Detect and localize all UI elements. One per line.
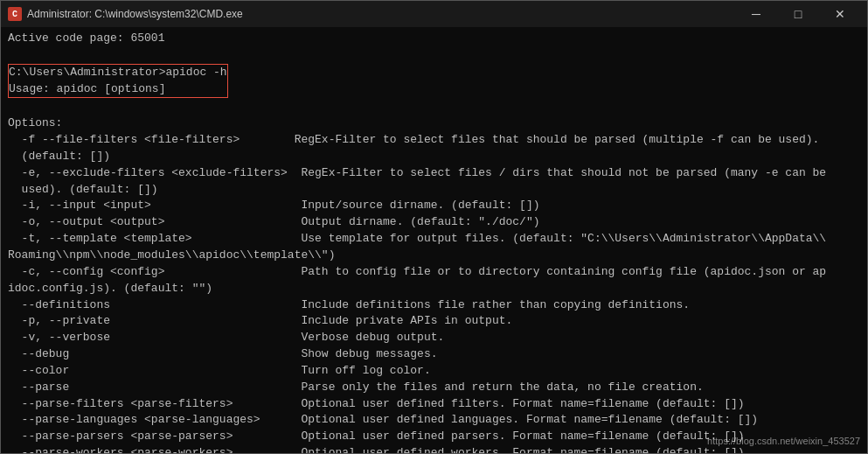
console-line-2: C:\Users\Administrator>apidoc -h (9, 65, 227, 81)
console-line-1 (8, 47, 860, 64)
console-line-15: idoc.config.js). (default: "") (8, 281, 860, 297)
console-line-21: --parse Parse only the files and return … (8, 380, 860, 396)
console-line-3: Usage: apidoc [options] (9, 81, 227, 98)
console-line-22: --parse-filters <parse-filters> Optional… (8, 396, 860, 413)
console-line-17: -p, --private Include private APIs in ou… (8, 313, 860, 330)
console-line-10: -i, --input <input> Input/source dirname… (8, 198, 860, 214)
cmd-block: C:\Users\Administrator>apidoc -h Usage: … (8, 64, 228, 99)
minimize-button[interactable]: ─ (736, 1, 776, 27)
console-line-8: -e, --exclude-filters <exclude-filters> … (8, 165, 860, 182)
console-line-12: -t, --template <template> Use template f… (8, 231, 860, 248)
console-line-6: -f --file-filters <file-filters> RegEx-F… (8, 132, 860, 149)
watermark: https://blog.csdn.net/weixin_453527 (707, 436, 860, 446)
console-line-16: --definitions Include definitions file r… (8, 297, 860, 314)
title-bar: C Administrator: C:\windows\system32\CMD… (1, 1, 867, 27)
console-line-7: (default: []) (8, 149, 860, 165)
cmd-icon: C (8, 7, 22, 21)
console-wrapper: Active code page: 65001 C:\Users\Adminis… (1, 27, 867, 453)
window-controls: ─ □ ✕ (736, 1, 860, 27)
console-line-23: --parse-languages <parse-languages> Opti… (8, 412, 860, 429)
console-line-20: --color Turn off log color. (8, 363, 860, 380)
console-line-25: --parse-workers <parse-workers> Optional… (8, 445, 860, 453)
window: C Administrator: C:\windows\system32\CMD… (0, 0, 868, 454)
console-line-5: Options: (8, 115, 860, 132)
console-line-11: -o, --output <output> Output dirname. (d… (8, 214, 860, 231)
console-line-13: Roaming\\npm\\node_modules\\apidoc\\temp… (8, 248, 860, 264)
console-line-0: Active code page: 65001 (8, 31, 860, 47)
console-area[interactable]: Active code page: 65001 C:\Users\Adminis… (1, 27, 867, 453)
maximize-button[interactable]: □ (778, 1, 818, 27)
console-line-9: used). (default: []) (8, 182, 860, 199)
console-line-4 (8, 99, 860, 115)
console-line-14: -c, --config <config> Path to config fil… (8, 264, 860, 281)
title-bar-left: C Administrator: C:\windows\system32\CMD… (8, 7, 243, 21)
close-button[interactable]: ✕ (820, 1, 860, 27)
console-line-18: -v, --verbose Verbose debug output. (8, 330, 860, 346)
window-title: Administrator: C:\windows\system32\CMD.e… (27, 8, 243, 20)
console-line-19: --debug Show debug messages. (8, 346, 860, 363)
